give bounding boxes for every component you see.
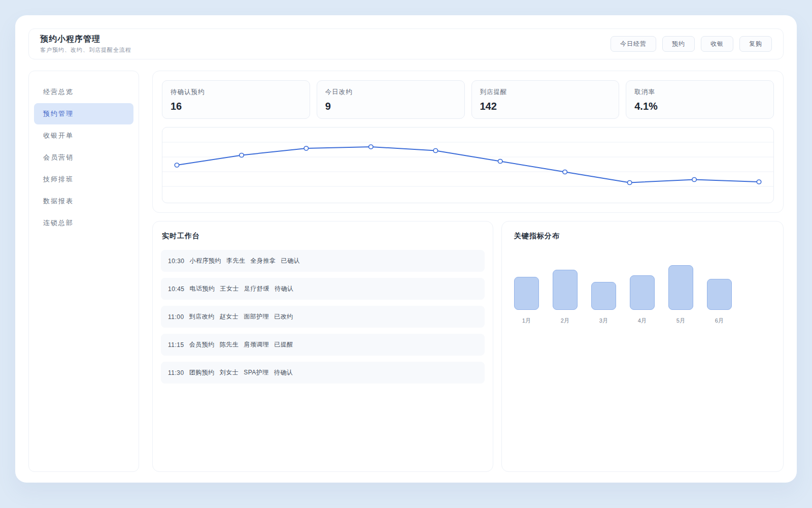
stat-label: 待确认预约	[171, 88, 301, 97]
sidebar-item-member-marketing[interactable]: 会员营销	[34, 147, 133, 168]
booking-customer: 刘女士	[220, 368, 239, 377]
stat-value: 9	[325, 101, 456, 112]
stat-label: 到店提醒	[480, 88, 611, 97]
booking-customer: 王女士	[220, 284, 240, 293]
booking-time: 11:30	[168, 369, 184, 376]
bar-label-month-6: 6月	[707, 317, 732, 325]
bar-label-month-4: 4月	[630, 317, 655, 325]
sidebar-item-business-overview[interactable]: 经营总览	[34, 81, 133, 103]
page-background: 预约小程序管理 客户预约、改约、到店提醒全流程 今日经营 预约 收银 复购 经营…	[0, 0, 812, 498]
stat-label: 取消率	[634, 88, 765, 97]
booking-customer: 赵女士	[220, 312, 239, 321]
body-row: 经营总览 预约管理 收银开单 会员营销 技师排班 数据报表 连锁总部 待确认预约…	[28, 71, 784, 472]
sidebar-item-technician-schedule[interactable]: 技师排班	[34, 169, 133, 190]
list-item[interactable]: 11:15 会员预约 陈先生 肩颈调理 已提醒	[161, 334, 485, 356]
today-business-button[interactable]: 今日经营	[611, 36, 656, 52]
bar-month-2	[553, 270, 578, 310]
sidebar-item-data-reports[interactable]: 数据报表	[34, 190, 133, 212]
stat-card-cancel-rate: 取消率 4.1%	[626, 80, 774, 119]
booking-service: 全身推拿	[251, 257, 276, 265]
header: 预约小程序管理 客户预约、改约、到店提醒全流程 今日经营 预约 收银 复购	[28, 28, 784, 59]
booking-status: 已改约	[274, 312, 293, 321]
bar-chart: 1月2月3月4月5月6月	[513, 265, 775, 325]
booking-channel: 团购预约	[189, 368, 215, 377]
list-item[interactable]: 11:30 团购预约 刘女士 SPA护理 待确认	[161, 362, 485, 384]
booking-customer: 陈先生	[220, 340, 239, 349]
booking-service: SPA护理	[244, 368, 269, 377]
main-content: 待确认预约 16 今日改约 9 到店提醒 142 取消率	[152, 71, 784, 472]
trend-line-chart	[162, 128, 773, 203]
workbench-list: 10:30 小程序预约 李先生 全身推拿 已确认 10:45 电话预约 王女士 …	[161, 250, 485, 384]
header-titles: 预约小程序管理 客户预约、改约、到店提醒全流程	[40, 34, 131, 54]
booking-time: 10:30	[168, 258, 185, 265]
stat-label: 今日改约	[325, 88, 456, 97]
booking-status: 已提醒	[274, 340, 293, 349]
stat-card-arrival-reminders: 到店提醒 142	[471, 80, 620, 119]
bar-label-month-2: 2月	[553, 317, 578, 325]
bar-label-month-3: 3月	[591, 317, 616, 325]
panels-row: 实时工作台 10:30 小程序预约 李先生 全身推拿 已确认 10:45	[152, 221, 784, 472]
bar-month-1	[514, 277, 539, 310]
cashier-button[interactable]: 收银	[701, 36, 733, 52]
indicators-title: 关键指标分布	[513, 232, 775, 241]
header-actions: 今日经营 预约 收银 复购	[611, 36, 772, 52]
workbench-title: 实时工作台	[161, 232, 485, 241]
app-container: 预约小程序管理 客户预约、改约、到店提醒全流程 今日经营 预约 收银 复购 经营…	[15, 15, 797, 483]
page-title: 预约小程序管理	[40, 34, 131, 45]
sidebar-item-chain-hq[interactable]: 连锁总部	[34, 212, 133, 234]
sidebar: 经营总览 预约管理 收银开单 会员营销 技师排班 数据报表 连锁总部	[28, 71, 139, 472]
bar-month-5	[668, 265, 693, 310]
booking-service: 足疗舒缓	[244, 284, 269, 293]
booking-channel: 电话预约	[190, 284, 215, 293]
sidebar-item-booking-management[interactable]: 预约管理	[34, 103, 133, 124]
booking-service: 面部护理	[244, 312, 269, 321]
stat-card-pending-bookings: 待确认预约 16	[162, 80, 310, 119]
booking-channel: 小程序预约	[190, 257, 222, 265]
trend-chart-card	[162, 127, 774, 203]
bar-label-month-1: 1月	[514, 317, 539, 325]
indicators-panel: 关键指标分布 1月2月3月4月5月6月	[501, 221, 784, 472]
repurchase-button[interactable]: 复购	[739, 36, 772, 52]
booking-status: 已确认	[281, 257, 300, 265]
overview-section: 待确认预约 16 今日改约 9 到店提醒 142 取消率	[152, 71, 784, 213]
booking-status: 待确认	[274, 368, 293, 377]
booking-channel: 到店改约	[189, 312, 215, 321]
booking-channel: 会员预约	[189, 340, 215, 349]
booking-time: 11:15	[168, 341, 184, 348]
list-item[interactable]: 10:30 小程序预约 李先生 全身推拿 已确认	[161, 250, 485, 272]
page-subtitle: 客户预约、改约、到店提醒全流程	[40, 46, 131, 54]
bar-month-3	[591, 282, 616, 310]
stat-value: 16	[171, 101, 301, 112]
booking-service: 肩颈调理	[244, 340, 269, 349]
bar-chart-labels: 1月2月3月4月5月6月	[514, 317, 775, 325]
booking-button[interactable]: 预约	[662, 36, 695, 52]
list-item[interactable]: 10:45 电话预约 王女士 足疗舒缓 待确认	[161, 278, 485, 300]
bar-month-4	[630, 275, 655, 310]
bar-month-6	[707, 279, 732, 310]
booking-time: 11:00	[168, 313, 184, 321]
list-item[interactable]: 11:00 到店改约 赵女士 面部护理 已改约	[161, 306, 485, 328]
booking-customer: 李先生	[226, 257, 246, 265]
booking-status: 待确认	[275, 284, 294, 293]
stat-value: 142	[480, 101, 611, 112]
booking-time: 10:45	[168, 285, 185, 293]
stat-card-today-reschedules: 今日改约 9	[317, 80, 465, 119]
sidebar-item-cashier-billing[interactable]: 收银开单	[34, 125, 133, 146]
bar-label-month-5: 5月	[668, 317, 693, 325]
stats-row: 待确认预约 16 今日改约 9 到店提醒 142 取消率	[162, 80, 774, 119]
bar-chart-bars	[514, 265, 775, 310]
workbench-panel: 实时工作台 10:30 小程序预约 李先生 全身推拿 已确认 10:45	[152, 221, 493, 472]
stat-value: 4.1%	[634, 101, 765, 112]
